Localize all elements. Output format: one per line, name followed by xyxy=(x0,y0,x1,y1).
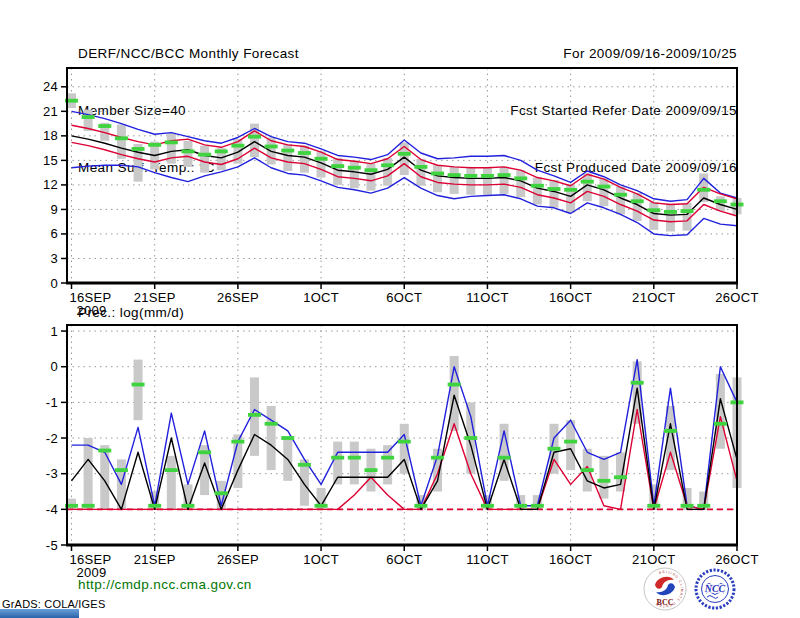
svg-text:-4: -4 xyxy=(46,502,58,517)
svg-text:21SEP: 21SEP xyxy=(134,552,176,567)
svg-text:26OCT: 26OCT xyxy=(715,290,758,305)
svg-text:21OCT: 21OCT xyxy=(632,552,675,567)
svg-text:15: 15 xyxy=(43,153,58,168)
svg-text:6OCT: 6OCT xyxy=(386,290,422,305)
svg-text:26OCT: 26OCT xyxy=(715,552,758,567)
svg-text:6OCT: 6OCT xyxy=(386,552,422,567)
svg-text:3: 3 xyxy=(50,251,58,266)
svg-text:-5: -5 xyxy=(46,538,58,553)
taskbar-fragment xyxy=(0,609,79,618)
svg-text:21SEP: 21SEP xyxy=(134,290,176,305)
svg-text:0: 0 xyxy=(50,359,58,374)
svg-text:18: 18 xyxy=(43,128,58,143)
bcc-logo-label: BCC xyxy=(657,598,674,607)
svg-text:26SEP: 26SEP xyxy=(217,552,259,567)
svg-text:9: 9 xyxy=(50,202,58,217)
bcc-logo: BEIJING CLIMATE CENTER BCC xyxy=(644,568,686,610)
panel2-variable-label: Prec.: log(mm/d) xyxy=(78,305,184,320)
svg-text:26SEP: 26SEP xyxy=(217,290,259,305)
svg-text:1OCT: 1OCT xyxy=(303,552,339,567)
svg-text:1: 1 xyxy=(50,324,58,339)
svg-text:6: 6 xyxy=(50,226,58,241)
svg-text:-1: -1 xyxy=(46,395,58,410)
svg-text:-3: -3 xyxy=(46,466,58,481)
svg-text:-2: -2 xyxy=(46,431,58,446)
source-url-text: http://cmdp.ncc.cma.gov.cn xyxy=(78,577,252,592)
svg-text:11OCT: 11OCT xyxy=(466,552,508,567)
svg-text:24: 24 xyxy=(43,79,58,94)
svg-text:21OCT: 21OCT xyxy=(632,290,675,305)
svg-text:1OCT: 1OCT xyxy=(303,290,339,305)
agency-logos: BEIJING CLIMATE CENTER BCC NCC xyxy=(636,567,756,615)
ncc-logo-label: NCC xyxy=(704,583,726,594)
svg-text:0: 0 xyxy=(50,276,58,291)
svg-text:21: 21 xyxy=(43,104,58,119)
grads-forecast-page: DERF/NCC/BCC Monthly Forecast Member Siz… xyxy=(0,0,800,618)
svg-text:11OCT: 11OCT xyxy=(466,290,508,305)
svg-text:16OCT: 16OCT xyxy=(549,552,592,567)
svg-text:16OCT: 16OCT xyxy=(549,290,592,305)
ncc-logo: NCC xyxy=(696,570,734,608)
svg-text:12: 12 xyxy=(43,177,58,192)
